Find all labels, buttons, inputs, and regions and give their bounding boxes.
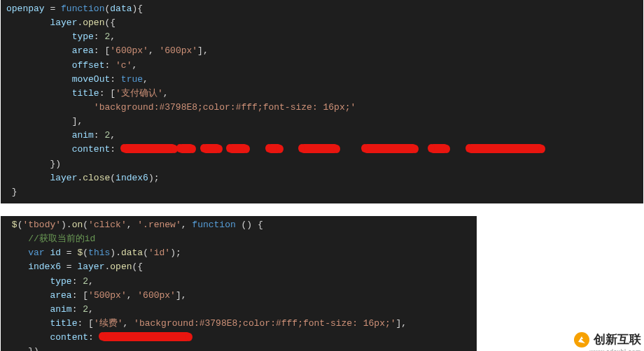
watermark-logo-icon bbox=[573, 331, 591, 349]
redacted-content bbox=[100, 332, 191, 341]
code-content: $('tbody').on('click', '.renew', functio… bbox=[6, 218, 477, 351]
watermark: 创新互联 bbox=[573, 331, 641, 349]
watermark-url: www.cdcxhl.com bbox=[589, 348, 641, 351]
watermark-text: 创新互联 bbox=[594, 331, 641, 349]
code-content: openpay = function(data){ layer.open({ t… bbox=[6, 2, 643, 199]
svg-point-0 bbox=[574, 332, 589, 348]
code-editor-renew[interactable]: $('tbody').on('click', '.renew', functio… bbox=[1, 216, 477, 351]
code-editor-openpay[interactable]: openpay = function(data){ layer.open({ t… bbox=[1, 0, 643, 203]
redacted-content bbox=[122, 144, 176, 153]
